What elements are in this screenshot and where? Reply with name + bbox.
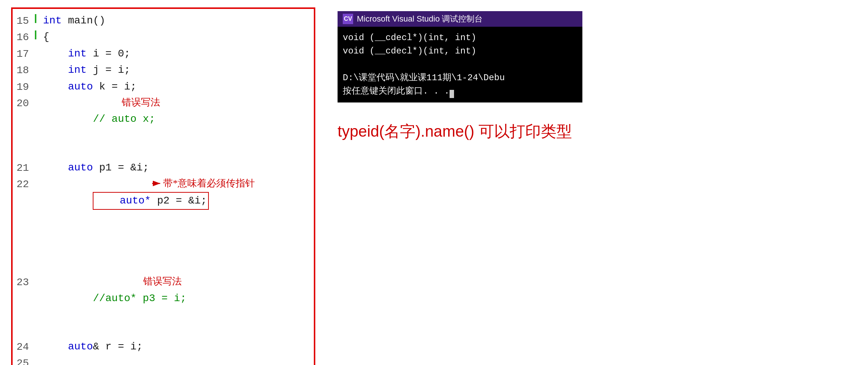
code-line-22: 22 auto* p2 = &i; 带*意味着必须传指针 [13,176,314,274]
arrow-icon [152,178,162,189]
annotation-line23: 错误写法 [143,274,182,289]
auto-star-box: auto* p2 = &i; [93,192,208,209]
code-line-15: 15 int main() [13,13,314,29]
code-line-21: 21 auto p1 = &i; [13,160,314,176]
line-content-21: auto p1 = &i; [40,160,314,176]
line-num-23: 23 [13,274,35,290]
line-content-15: int main() [40,13,314,29]
code-line-23: 23 //auto* p3 = i; 错误写法 [13,274,314,339]
line-num-24: 24 [13,339,35,355]
code-line-17: 17 int i = 0; [13,46,314,62]
main-container: 15 int main() 16 { 17 int i = 0; 18 int … [11,7,857,358]
line-content-22: auto* p2 = &i; 带*意味着必须传指针 [40,176,314,274]
line-content-25 [40,355,314,365]
gutter-25 [35,355,40,356]
code-panel: 15 int main() 16 { 17 int i = 0; 18 int … [11,7,315,365]
gutter-20 [35,95,40,97]
gutter-17 [35,46,40,47]
line-num-19: 19 [13,79,35,95]
gutter-19 [35,79,40,80]
console-titlebar: CV Microsoft Visual Studio 调试控制台 [338,11,582,27]
code-line-20: 20 // auto x; 错误写法 [13,95,314,160]
gutter-18 [35,62,40,63]
line-num-17: 17 [13,46,35,62]
right-panel: CV Microsoft Visual Studio 调试控制台 void (_… [338,7,857,142]
console-line-4: D:\课堂代码\就业课111期\1-24\Debu [343,71,577,85]
line-content-17: int i = 0; [40,46,314,62]
line-num-15: 15 [13,13,35,29]
line-content-19: auto k = i; [40,79,314,95]
console-line-3 [343,58,577,71]
gutter-22 [35,176,40,177]
line-num-22: 22 [13,176,35,192]
line-num-18: 18 [13,62,35,78]
annotation-line22: 带*意味着必须传指针 [163,176,255,191]
console-body: void (__cdecl*)(int, int) void (__cdecl*… [338,27,582,102]
annotation-line20: 错误写法 [122,95,160,110]
gutter-16 [35,29,40,39]
gutter-15 [35,13,40,23]
gutter-24 [35,339,40,340]
line-num-21: 21 [13,160,35,176]
typeid-description: typeid(名字).name() 可以打印类型 [338,121,857,142]
console-cursor [450,90,454,98]
console-window: CV Microsoft Visual Studio 调试控制台 void (_… [338,11,582,102]
line-content-20: // auto x; 错误写法 [40,95,314,160]
console-line-5: 按任意键关闭此窗口. . . [343,85,577,98]
console-line-2: void (__cdecl*)(int, int) [343,45,577,58]
line-content-24: auto& r = i; [40,339,314,355]
line-num-25: 25 [13,355,35,365]
vs-icon: CV [343,14,353,24]
gutter-23 [35,274,40,276]
code-line-24: 24 auto& r = i; [13,339,314,355]
line-content-18: int j = i; [40,62,314,78]
line-content-16: { [40,29,314,45]
console-line-1: void (__cdecl*)(int, int) [343,31,577,45]
line-num-16: 16 [13,29,35,45]
console-title: Microsoft Visual Studio 调试控制台 [357,13,483,25]
code-line-19: 19 auto k = i; [13,79,314,95]
code-line-16: 16 { [13,29,314,45]
line-num-20: 20 [13,95,35,111]
code-line-18: 18 int j = i; [13,62,314,78]
line-content-23: //auto* p3 = i; 错误写法 [40,274,314,339]
code-line-25: 25 [13,355,314,365]
gutter-21 [35,160,40,161]
